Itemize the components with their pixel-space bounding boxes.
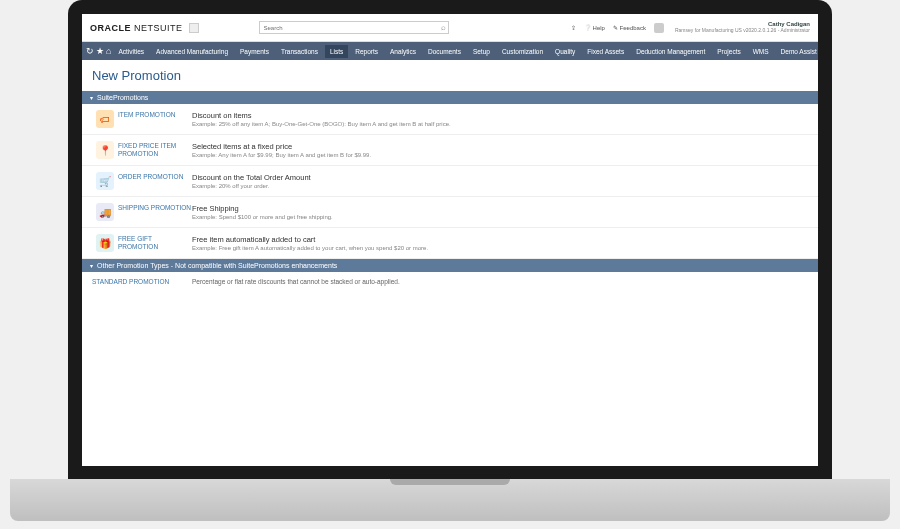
promo-link-cell: ORDER PROMOTION (118, 172, 192, 181)
promo-desc-cell: Free item automatically added to cartExa… (192, 234, 808, 251)
section-label: SuitePromotions (97, 94, 148, 101)
user-role: Ramsey for Manufacturing US v2020.2.0.1.… (675, 28, 810, 34)
standard-promotion-row: STANDARD PROMOTION Percentage or flat ra… (82, 272, 818, 291)
page-title: New Promotion (82, 60, 818, 91)
brand-logo: ORACLE NETSUITE (90, 23, 183, 33)
promotion-list: 🏷ITEM PROMOTIONDiscount on itemsExample:… (82, 104, 818, 259)
nav-item-fixed-assets[interactable]: Fixed Assets (582, 45, 629, 58)
nav-item-payments[interactable]: Payments (235, 45, 274, 58)
standard-promotion-desc: Percentage or flat rate discounts that c… (192, 278, 400, 285)
promo-icon-cell: 📍 (92, 141, 118, 159)
user-block[interactable]: Cathy Cadigan Ramsey for Manufacturing U… (675, 21, 810, 33)
promo-title: Discount on items (192, 111, 808, 120)
promotion-row: 📍FIXED PRICE ITEM PROMOTIONSelected item… (82, 135, 818, 166)
promo-example: Example: Any item A for $9.99; Buy item … (192, 152, 808, 158)
app-screen: ORACLE NETSUITE ⌕ ⇪ ❔ Help ✎ Feedback Ca… (82, 14, 818, 466)
promotion-row: 🏷ITEM PROMOTIONDiscount on itemsExample:… (82, 104, 818, 135)
search-icon[interactable]: ⌕ (441, 23, 446, 32)
nav-item-setup[interactable]: Setup (468, 45, 495, 58)
promotion-row: 🎁FREE GIFT PROMOTIONFree item automatica… (82, 228, 818, 259)
nav-item-advanced-manufacturing[interactable]: Advanced Manufacturing (151, 45, 233, 58)
global-search: ⌕ (259, 21, 449, 34)
nav-item-quality[interactable]: Quality (550, 45, 580, 58)
promo-link[interactable]: FIXED PRICE ITEM PROMOTION (118, 142, 192, 158)
nav-item-documents[interactable]: Documents (423, 45, 466, 58)
promo-type-icon: 🏷 (96, 110, 114, 128)
promo-icon-cell: 🎁 (92, 234, 118, 252)
nav-item-demo-assist[interactable]: Demo Assist (776, 45, 818, 58)
promo-title: Free Shipping (192, 204, 808, 213)
promo-link[interactable]: ITEM PROMOTION (118, 111, 192, 119)
promo-desc-cell: Free ShippingExample: Spend $100 or more… (192, 203, 808, 220)
nav-item-lists[interactable]: Lists (325, 45, 348, 58)
promo-link-cell: FIXED PRICE ITEM PROMOTION (118, 141, 192, 158)
app-icon[interactable] (189, 23, 199, 33)
laptop-base (10, 479, 890, 521)
promo-type-icon: 🚚 (96, 203, 114, 221)
nav-home-icon[interactable]: ⌂ (106, 44, 111, 58)
promo-title: Selected items at a fixed price (192, 142, 808, 151)
promo-link-cell: FREE GIFT PROMOTION (118, 234, 192, 251)
share-icon[interactable]: ⇪ (571, 24, 576, 31)
laptop-mockup: ORACLE NETSUITE ⌕ ⇪ ❔ Help ✎ Feedback Ca… (0, 0, 900, 529)
nav-item-projects[interactable]: Projects (712, 45, 745, 58)
nav-item-activities[interactable]: Activities (113, 45, 149, 58)
chevron-down-icon: ▾ (90, 94, 93, 101)
promo-link[interactable]: FREE GIFT PROMOTION (118, 235, 192, 251)
promotion-row: 🛒ORDER PROMOTIONDiscount on the Total Or… (82, 166, 818, 197)
section-suitepromotions[interactable]: ▾ SuitePromotions (82, 91, 818, 104)
nav-item-deduction-management[interactable]: Deduction Management (631, 45, 710, 58)
user-avatar-icon[interactable] (654, 23, 664, 33)
promo-example: Example: Free gift item A automatically … (192, 245, 808, 251)
brand-oracle: ORACLE (90, 23, 131, 33)
promo-example: Example: Spend $100 or more and get free… (192, 214, 808, 220)
header-right-cluster: ⇪ ❔ Help ✎ Feedback Cathy Cadigan Ramsey… (571, 21, 810, 33)
standard-promotion-link[interactable]: STANDARD PROMOTION (92, 278, 192, 285)
chevron-down-icon: ▾ (90, 262, 93, 269)
promo-desc-cell: Discount on the Total Order AmountExampl… (192, 172, 808, 189)
nav-item-reports[interactable]: Reports (350, 45, 383, 58)
nav-item-transactions[interactable]: Transactions (276, 45, 323, 58)
promo-icon-cell: 🏷 (92, 110, 118, 128)
promo-title: Free item automatically added to cart (192, 235, 808, 244)
promo-type-icon: 📍 (96, 141, 114, 159)
promo-icon-cell: 🛒 (92, 172, 118, 190)
nav-item-customization[interactable]: Customization (497, 45, 548, 58)
promo-title: Discount on the Total Order Amount (192, 173, 808, 182)
search-input[interactable] (259, 21, 449, 34)
promo-link[interactable]: ORDER PROMOTION (118, 173, 192, 181)
promo-example: Example: 20% off your order. (192, 183, 808, 189)
promo-link[interactable]: SHIPPING PROMOTION (118, 204, 192, 212)
promo-icon-cell: 🚚 (92, 203, 118, 221)
promo-type-icon: 🎁 (96, 234, 114, 252)
promo-desc-cell: Selected items at a fixed priceExample: … (192, 141, 808, 158)
brand-netsuite: NETSUITE (131, 23, 183, 33)
main-nav: ↻ ★ ⌂ ActivitiesAdvanced ManufacturingPa… (82, 42, 818, 60)
promo-desc-cell: Discount on itemsExample: 25% off any it… (192, 110, 808, 127)
promo-type-icon: 🛒 (96, 172, 114, 190)
promo-example: Example: 25% off any item A; Buy-One-Get… (192, 121, 808, 127)
nav-item-wms[interactable]: WMS (748, 45, 774, 58)
nav-star-icon[interactable]: ★ (96, 44, 104, 58)
nav-recent-icon[interactable]: ↻ (86, 44, 94, 58)
section-label: Other Promotion Types - Not compatible w… (97, 262, 337, 269)
promotion-row: 🚚SHIPPING PROMOTIONFree ShippingExample:… (82, 197, 818, 228)
section-other-types[interactable]: ▾ Other Promotion Types - Not compatible… (82, 259, 818, 272)
nav-item-analytics[interactable]: Analytics (385, 45, 421, 58)
help-link[interactable]: ❔ Help (584, 24, 605, 31)
laptop-bezel: ORACLE NETSUITE ⌕ ⇪ ❔ Help ✎ Feedback Ca… (68, 0, 832, 480)
promo-link-cell: SHIPPING PROMOTION (118, 203, 192, 212)
promo-link-cell: ITEM PROMOTION (118, 110, 192, 119)
header-bar: ORACLE NETSUITE ⌕ ⇪ ❔ Help ✎ Feedback Ca… (82, 14, 818, 42)
feedback-link[interactable]: ✎ Feedback (613, 24, 646, 31)
